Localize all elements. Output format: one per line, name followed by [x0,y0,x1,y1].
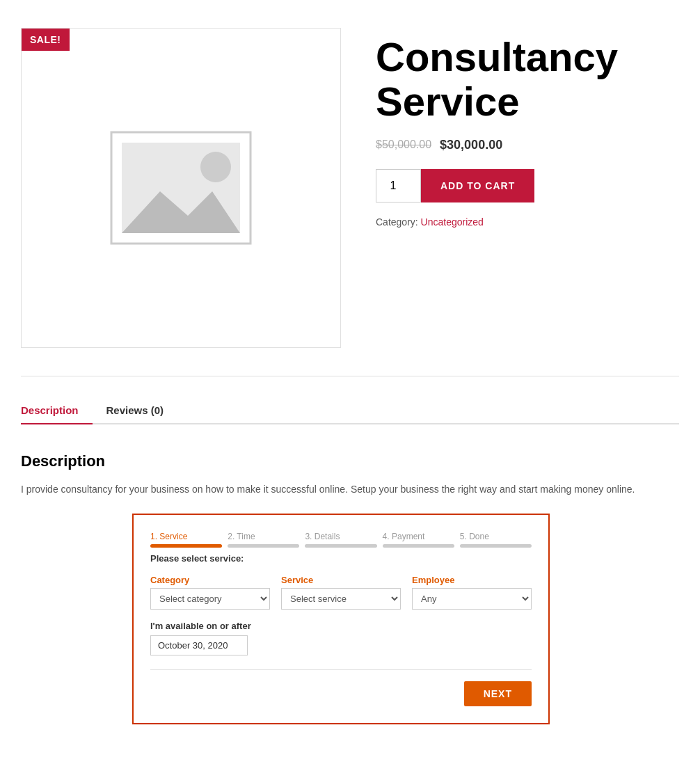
quantity-input[interactable] [376,169,421,202]
product-image-placeholder [104,125,257,251]
step-4: 4. Payment [383,532,454,548]
next-button[interactable]: NEXT [464,681,532,706]
step-2-bar [228,544,299,548]
step-3-label: 3. Details [305,532,340,541]
step-5-label: 5. Done [460,532,489,541]
tab-reviews[interactable]: Reviews (0) [106,397,178,423]
step-1-label: 1. Service [150,532,187,541]
step-5-bar [460,544,532,548]
next-btn-row: NEXT [150,681,532,706]
step-3-bar [305,544,376,548]
step-3: 3. Details [305,532,376,548]
step-4-bar [383,544,454,548]
step-2-label: 2. Time [228,532,255,541]
add-to-cart-button[interactable]: ADD TO CART [421,169,534,202]
add-to-cart-row: ADD TO CART [376,169,679,202]
dropdowns-row: Category Select category Service Select … [150,575,532,610]
category-field-label: Category [150,575,270,585]
service-select[interactable]: Select service [281,588,401,610]
step-1-bar [150,544,222,548]
service-field: Service Select service [281,575,401,610]
employee-field: Employee Any [412,575,532,610]
sale-price: $30,000.00 [440,138,502,152]
booking-widget: 1. Service 2. Time 3. Details 4. Payment… [132,514,550,724]
category-field: Category Select category [150,575,270,610]
category-row: Category: Uncategorized [376,216,679,228]
date-section: I'm available on or after [150,621,532,655]
step-1: 1. Service [150,532,222,548]
employee-field-label: Employee [412,575,532,585]
tabs-list: Description Reviews (0) [21,397,679,423]
product-image-wrapper: SALE! [21,28,341,348]
step-4-label: 4. Payment [383,532,425,541]
description-section: Description I provide consultancy for yo… [21,445,679,738]
tab-description[interactable]: Description [21,397,93,424]
category-label: Category: [376,216,418,228]
steps-row: 1. Service 2. Time 3. Details 4. Payment… [150,532,532,548]
service-field-label: Service [281,575,401,585]
product-details: Consultancy Service $50,000.00 $30,000.0… [376,28,679,348]
category-select[interactable]: Select category [150,588,270,610]
date-input[interactable] [150,635,248,655]
svg-point-2 [200,152,231,182]
category-link[interactable]: Uncategorized [421,216,484,228]
employee-select[interactable]: Any [412,588,532,610]
date-label: I'm available on or after [150,621,532,631]
product-title: Consultancy Service [376,35,679,124]
price-wrapper: $50,000.00 $30,000.00 [376,138,679,152]
product-section: SALE! Consultancy Service $50,000.00 $30… [21,14,679,376]
description-text: I provide consultancy for your business … [21,482,679,497]
step-2: 2. Time [228,532,299,548]
tabs-section: Description Reviews (0) [21,397,679,424]
sale-badge: SALE! [22,29,70,51]
step-5: 5. Done [460,532,532,548]
original-price: $50,000.00 [376,138,431,151]
please-select-label: Please select service: [150,553,532,564]
widget-divider [150,669,532,670]
description-heading: Description [21,452,679,470]
